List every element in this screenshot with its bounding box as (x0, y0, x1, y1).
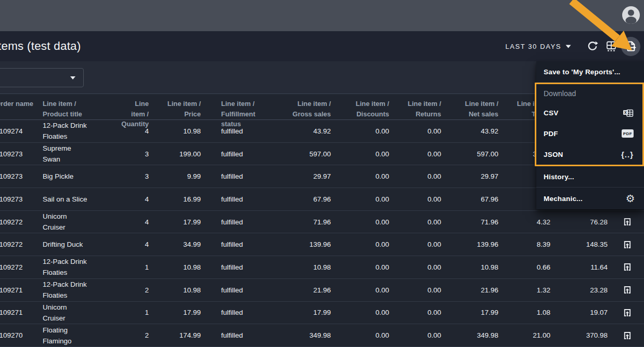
cell-hidden-column: 148.35 (552, 233, 609, 256)
table-row: #109272Drifting Duck434.99fulfilled139.9… (0, 233, 644, 256)
cell-order-name: #109273 (0, 165, 43, 188)
menu-item-download-pdf[interactable]: PDF PDF (536, 123, 642, 144)
cell-returns: 0.00 (391, 279, 443, 301)
cell-net-sales: 71.96 (443, 211, 500, 233)
cell-discounts: 0.00 (332, 165, 391, 188)
cell-net-sales: 10.98 (443, 256, 500, 278)
cell-hidden-column: 76.28 (552, 211, 609, 233)
cell-net-sales: 43.92 (443, 120, 500, 142)
cell-quantity: 2 (121, 324, 150, 346)
cell-quantity: 4 (121, 188, 150, 210)
pdf-file-icon: PDF (622, 129, 634, 138)
open-report-icon (622, 262, 633, 272)
cell-net-sales: 139.96 (443, 233, 500, 256)
open-report-row-button[interactable] (609, 302, 644, 324)
cell-gross-sales: 71.96 (275, 211, 332, 233)
filter-select[interactable] (0, 68, 84, 87)
cell-product-title: Unicorn Cruiser (43, 211, 121, 233)
cell-product-title: Supreme Swan (43, 143, 121, 165)
refresh-icon (586, 40, 599, 52)
cell-quantity: 4 (121, 120, 150, 142)
table-row: #10927212-Pack Drink Floaties110.98fulfi… (0, 256, 644, 279)
cell-gross-sales: 29.97 (275, 165, 332, 188)
cell-net-sales: 21.96 (443, 279, 500, 301)
save-to-my-reports-label: Save to 'My Reports'... (544, 68, 621, 76)
cell-returns: 0.00 (391, 324, 443, 346)
cell-order-name: #109272 (0, 211, 43, 233)
cell-price: 199.00 (150, 143, 202, 165)
page-title: Line items (test data) (0, 31, 81, 61)
open-report-row-button[interactable] (609, 279, 644, 301)
open-report-icon (622, 239, 633, 250)
open-report-row-button[interactable] (609, 256, 644, 278)
cell-net-sales: 67.96 (443, 188, 500, 210)
cell-product-title: Drifting Duck (43, 233, 121, 256)
cell-discounts: 0.00 (332, 256, 391, 278)
cell-quantity: 2 (121, 279, 150, 301)
column-header-discounts: Line item / Discounts (332, 94, 391, 119)
cell-product-title: 12-Pack Drink Floaties (43, 120, 121, 142)
pdf-label: PDF (544, 130, 558, 138)
column-header-order-name: Order name (0, 94, 43, 119)
cell-quantity: 3 (121, 165, 150, 188)
cell-discounts: 0.00 (332, 233, 391, 256)
cell-fulfillment-status: fulfilled (202, 188, 275, 210)
cell-price: 10.98 (150, 120, 202, 142)
cell-taxes: 1.08 (500, 302, 552, 324)
cell-price: 17.99 (150, 211, 202, 233)
open-report-icon (622, 330, 633, 341)
mechanic-label: Mechanic... (544, 195, 583, 203)
cell-price: 34.99 (150, 233, 202, 256)
export-button[interactable] (621, 37, 640, 56)
open-report-icon (622, 285, 633, 295)
header-actions: LAST 30 DAYS (502, 31, 640, 61)
cell-price: 17.99 (150, 302, 202, 324)
column-header-net-sales: Line item / Net sales (443, 94, 500, 119)
refresh-button[interactable] (584, 37, 601, 55)
csv-label: CSV (544, 109, 558, 117)
user-avatar[interactable] (622, 6, 640, 24)
menu-item-history[interactable]: History... (536, 166, 644, 187)
cell-hidden-column: 23.28 (552, 279, 609, 301)
cell-order-name: #109270 (0, 324, 43, 346)
select-caret-icon (70, 76, 76, 80)
menu-item-download-csv[interactable]: CSV x (536, 102, 642, 123)
top-app-bar (0, 0, 644, 31)
cell-price: 9.99 (150, 165, 202, 188)
columns-button[interactable] (602, 37, 620, 55)
cell-price: 16.99 (150, 188, 202, 210)
cell-net-sales: 29.97 (443, 165, 500, 188)
cell-discounts: 0.00 (332, 279, 391, 301)
table-row: #109270Floating Flamingo2174.99fulfilled… (0, 324, 644, 347)
date-range-button[interactable]: LAST 30 DAYS (502, 42, 574, 51)
cell-order-name: #109273 (0, 188, 43, 210)
menu-item-save-to-my-reports[interactable]: Save to 'My Reports'... (536, 61, 644, 82)
cell-quantity: 4 (121, 211, 150, 233)
open-report-row-button[interactable] (609, 233, 644, 256)
cell-gross-sales: 139.96 (275, 233, 332, 256)
cell-order-name: #109273 (0, 143, 43, 165)
cell-product-title: 12-Pack Drink Floaties (43, 256, 121, 278)
cell-fulfillment-status: fulfilled (202, 165, 275, 188)
cell-returns: 0.00 (391, 165, 443, 188)
cell-gross-sales: 43.92 (275, 120, 332, 142)
menu-item-download-json[interactable]: JSON {..} (536, 144, 642, 165)
cell-taxes: 4.32 (500, 211, 552, 233)
cell-gross-sales: 17.99 (275, 302, 332, 324)
open-report-row-button[interactable] (609, 211, 644, 233)
cell-returns: 0.00 (391, 233, 443, 256)
cell-product-title: Big Pickle (43, 165, 121, 188)
cell-taxes: 21.00 (500, 324, 552, 346)
menu-item-mechanic[interactable]: Mechanic... ⚙ (536, 188, 644, 209)
download-section-label: Download (536, 84, 642, 102)
column-header-fulfillment-status: Line item / Fulfillment status (202, 94, 275, 119)
cell-discounts: 0.00 (332, 302, 391, 324)
cell-net-sales: 349.98 (443, 324, 500, 346)
cell-fulfillment-status: fulfilled (202, 143, 275, 165)
cell-hidden-column: 11.64 (552, 256, 609, 278)
cell-product-title: Sail on a Slice (43, 188, 121, 210)
date-range-label: LAST 30 DAYS (505, 43, 561, 50)
open-report-row-button[interactable] (609, 324, 644, 346)
cell-order-name: #109272 (0, 256, 43, 278)
cell-fulfillment-status: fulfilled (202, 211, 275, 233)
